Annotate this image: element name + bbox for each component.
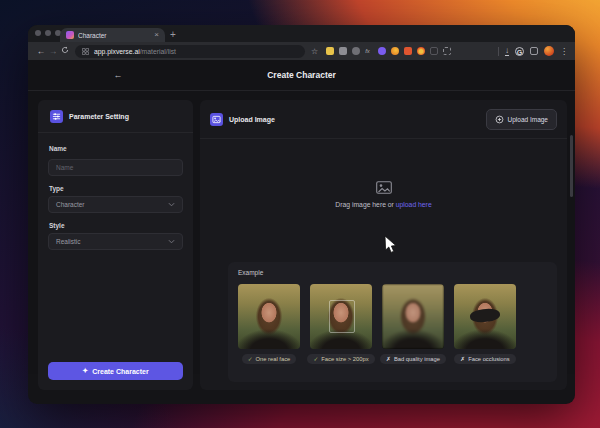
cross-icon: ✗ [386, 356, 391, 362]
drag-text: Drag image here or [335, 201, 394, 208]
extension-icon[interactable] [378, 47, 386, 55]
page-content: ← Create Character Parameter Setting Nam… [28, 60, 575, 374]
create-character-label: Create Character [92, 368, 148, 375]
site-settings-icon [82, 48, 89, 55]
reload-icon[interactable] [59, 46, 71, 56]
name-label: Name [49, 145, 183, 152]
parameter-panel-title: Parameter Setting [69, 113, 129, 120]
scrollbar-thumb[interactable] [570, 135, 573, 197]
example-caption: ✓ One real face [242, 354, 297, 364]
extension-icon[interactable] [417, 47, 425, 55]
upload-image-panel: Upload Image Upload Image Drag image her… [200, 100, 567, 390]
traffic-light-minimize[interactable] [45, 30, 51, 36]
style-select-value: Realistic [56, 238, 81, 245]
tab-strip: Character × + [28, 25, 575, 42]
pixverse-favicon-icon [66, 31, 74, 39]
image-dropzone[interactable]: Drag image here or upload here [200, 139, 567, 262]
example-image [454, 284, 516, 349]
tab-close-icon[interactable]: × [154, 31, 159, 39]
url-host: app.pixverse.ai [94, 48, 140, 55]
back-icon[interactable]: ← [35, 46, 47, 56]
image-placeholder-icon [376, 181, 392, 194]
extension-fx-icon[interactable]: fx [365, 47, 373, 55]
extensions-row: fx [326, 47, 451, 55]
example-caption: ✓ Face size > 200px [307, 354, 374, 364]
desktop-wallpaper: Character × + ← → app.pixverse.ai/materi… [0, 0, 600, 428]
chevron-down-icon [168, 239, 175, 244]
chevron-down-icon [168, 202, 175, 207]
page-header: ← Create Character [28, 60, 575, 91]
check-icon: ✓ [313, 356, 318, 362]
create-character-button[interactable]: ✦ Create Character [48, 362, 183, 380]
extension-icon[interactable] [352, 47, 360, 55]
parameter-setting-icon [50, 110, 63, 123]
example-image [238, 284, 300, 349]
type-select-value: Character [56, 201, 85, 208]
example-caption: ✗ Bad quality image [380, 354, 446, 364]
traffic-light-close[interactable] [35, 30, 41, 36]
mouse-cursor [384, 235, 398, 254]
extension-icon[interactable] [339, 47, 347, 55]
name-input[interactable] [48, 159, 183, 176]
downloads-icon[interactable]: ↓ [505, 47, 509, 56]
browser-toolbar: ← → app.pixverse.ai/material/list ☆ fx [28, 42, 575, 60]
style-select[interactable]: Realistic [48, 233, 183, 250]
page-back-button[interactable]: ← [110, 67, 126, 83]
example-card-one-real-face: ✓ One real face [238, 284, 300, 364]
extension-icon[interactable] [430, 47, 438, 55]
extension-icon[interactable] [326, 47, 334, 55]
profile-avatar[interactable] [544, 46, 554, 56]
upload-panel-header: Upload Image Upload Image [200, 100, 567, 139]
parameter-form: Name Type Character Style Realistic [38, 133, 193, 250]
browser-tab-character[interactable]: Character × [60, 28, 165, 42]
extension-icon[interactable] [391, 47, 399, 55]
browser-window: Character × + ← → app.pixverse.ai/materi… [28, 25, 575, 404]
extensions-puzzle-icon[interactable] [443, 47, 451, 55]
example-image [310, 284, 372, 349]
face-size-box-overlay [329, 300, 355, 333]
bookmark-star-icon[interactable]: ☆ [311, 47, 318, 56]
browser-menu-icon[interactable]: ⋮ [560, 47, 568, 56]
circle-plus-icon [495, 115, 504, 124]
cross-icon: ✗ [460, 356, 465, 362]
example-card-bad-quality: ✗ Bad quality image [382, 284, 444, 364]
upload-button-label: Upload Image [508, 116, 548, 123]
google-icon[interactable]: G [515, 47, 524, 56]
url-path: /material/list [140, 48, 176, 55]
sidepanel-icon[interactable] [530, 47, 538, 55]
style-label: Style [49, 222, 183, 229]
type-label: Type [49, 185, 183, 192]
example-card-face-size: ✓ Face size > 200px [310, 284, 372, 364]
toolbar-separator [498, 47, 499, 56]
upload-panel-title: Upload Image [229, 116, 275, 123]
dropzone-content: Drag image here or upload here [200, 181, 567, 208]
dropzone-text: Drag image here or upload here [335, 201, 431, 208]
example-row: ✓ One real face ✓ Face size > 200px [228, 284, 557, 364]
toolbar-right-group: ↓ G ⋮ [498, 46, 568, 56]
upload-here-link[interactable]: upload here [396, 201, 432, 208]
example-section: Example ✓ One real face ✓ [228, 262, 557, 382]
example-title: Example [238, 269, 557, 276]
check-icon: ✓ [248, 356, 253, 362]
upload-image-icon [210, 113, 223, 126]
example-image [382, 284, 444, 349]
address-bar[interactable]: app.pixverse.ai/material/list [75, 45, 305, 58]
example-card-face-occlusions: ✗ Face occlusions [454, 284, 516, 364]
example-caption: ✗ Face occlusions [454, 354, 515, 364]
parameter-panel-header: Parameter Setting [38, 100, 193, 133]
parameter-setting-panel: Parameter Setting Name Type Character St… [38, 100, 193, 390]
page-title: Create Character [267, 70, 336, 80]
extension-icon[interactable] [404, 47, 412, 55]
forward-icon[interactable]: → [47, 46, 59, 56]
tab-title: Character [78, 32, 154, 39]
sparkle-icon: ✦ [82, 367, 88, 375]
new-tab-button[interactable]: + [170, 28, 176, 41]
type-select[interactable]: Character [48, 196, 183, 213]
upload-image-button[interactable]: Upload Image [486, 109, 557, 130]
